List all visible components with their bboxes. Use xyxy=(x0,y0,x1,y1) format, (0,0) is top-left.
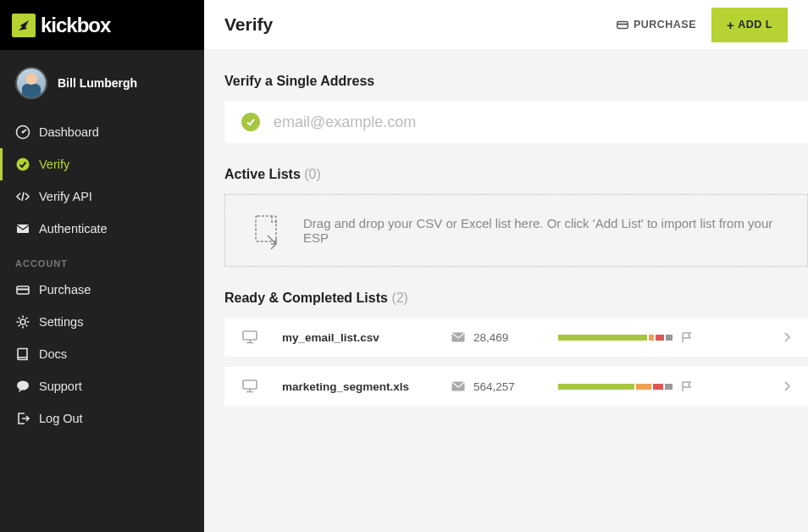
nav-main: Dashboard Verify Verify API Authenticate xyxy=(0,116,204,245)
svg-rect-24 xyxy=(243,380,257,389)
svg-rect-18 xyxy=(617,24,628,25)
chevron-right-icon xyxy=(749,380,791,392)
file-drop-icon xyxy=(251,213,285,247)
sidebar-item-support[interactable]: Support xyxy=(0,370,204,402)
progress-bar xyxy=(558,380,749,392)
dashboard-icon xyxy=(15,125,30,140)
sidebar-item-label: Settings xyxy=(39,315,83,329)
svg-point-16 xyxy=(17,381,29,391)
flag-icon xyxy=(681,331,693,343)
sidebar-item-authenticate[interactable]: Authenticate xyxy=(0,213,204,245)
svg-rect-5 xyxy=(17,289,29,291)
svg-line-14 xyxy=(26,318,28,319)
code-icon xyxy=(15,189,30,204)
svg-line-13 xyxy=(19,325,20,327)
ready-lists-count: (2) xyxy=(391,291,408,305)
main: Verify PURCHASE + ADD L Verify a Single … xyxy=(204,0,808,532)
single-verify-box xyxy=(224,101,808,143)
brand-name: kickbox xyxy=(41,14,110,37)
svg-point-1 xyxy=(22,131,25,134)
card-icon xyxy=(15,282,30,297)
avatar xyxy=(15,67,47,99)
sidebar-item-verify[interactable]: Verify xyxy=(0,148,204,180)
file-name: marketing_segment.xls xyxy=(282,380,451,393)
active-lists-title: Active Lists (0) xyxy=(224,167,808,182)
envelope-icon xyxy=(451,381,465,391)
sidebar-item-verify-api[interactable]: Verify API xyxy=(0,180,204,213)
plus-icon: + xyxy=(727,18,734,32)
row-count: 564,257 xyxy=(473,380,558,393)
svg-point-2 xyxy=(17,158,30,171)
svg-rect-19 xyxy=(256,216,276,241)
sidebar: kickbox Bill Lumbergh Dashboard Verify V… xyxy=(0,0,204,532)
user-block[interactable]: Bill Lumbergh xyxy=(0,50,204,116)
ready-lists-title: Ready & Completed Lists (2) xyxy=(224,291,808,306)
add-list-button[interactable]: + ADD L xyxy=(711,8,788,42)
monitor-icon xyxy=(241,379,258,394)
sidebar-item-dashboard[interactable]: Dashboard xyxy=(0,116,204,148)
sidebar-item-label: Support xyxy=(39,380,82,393)
purchase-button[interactable]: PURCHASE xyxy=(616,18,696,31)
active-lists-count: (0) xyxy=(304,167,321,181)
dropzone[interactable]: Drag and drop your CSV or Excel list her… xyxy=(224,194,808,267)
sidebar-item-purchase[interactable]: Purchase xyxy=(0,274,204,306)
gear-icon xyxy=(15,314,30,330)
sidebar-item-docs[interactable]: Docs xyxy=(0,338,204,370)
check-icon xyxy=(15,157,30,172)
sidebar-item-label: Dashboard xyxy=(39,125,99,139)
page-title: Verify xyxy=(224,14,616,35)
sidebar-item-label: Log Out xyxy=(39,412,83,425)
nav-account: Purchase Settings Docs Support Log Out xyxy=(0,274,204,435)
dropzone-text: Drag and drop your CSV or Excel list her… xyxy=(303,216,790,245)
svg-line-12 xyxy=(26,325,28,327)
list-row[interactable]: my_email_list.csv 28,469 xyxy=(224,318,808,357)
chat-icon xyxy=(15,379,30,394)
logo-mark-icon xyxy=(12,14,36,37)
envelope-icon xyxy=(15,221,30,236)
svg-rect-20 xyxy=(243,331,257,340)
chevron-right-icon xyxy=(749,331,791,343)
sidebar-item-settings[interactable]: Settings xyxy=(0,306,204,338)
sidebar-item-logout[interactable]: Log Out xyxy=(0,402,204,435)
card-icon xyxy=(616,18,629,31)
logo[interactable]: kickbox xyxy=(0,0,204,50)
add-list-label: ADD L xyxy=(738,19,772,30)
user-name: Bill Lumbergh xyxy=(58,76,137,90)
email-input[interactable] xyxy=(274,114,791,131)
progress-bar xyxy=(558,331,749,343)
sidebar-item-label: Docs xyxy=(39,347,67,361)
topbar: Verify PURCHASE + ADD L xyxy=(204,0,808,50)
file-name: my_email_list.csv xyxy=(282,331,451,344)
envelope-icon xyxy=(451,332,465,342)
svg-point-6 xyxy=(20,319,25,324)
book-icon xyxy=(15,346,30,362)
sidebar-item-label: Verify xyxy=(39,158,69,171)
sidebar-item-label: Purchase xyxy=(39,283,91,296)
sidebar-item-label: Verify API xyxy=(39,190,92,203)
single-verify-title: Verify a Single Address xyxy=(224,74,808,89)
row-count: 28,469 xyxy=(473,331,558,344)
purchase-label: PURCHASE xyxy=(634,19,696,30)
list-row[interactable]: marketing_segment.xls 564,257 xyxy=(224,367,808,406)
content: Verify a Single Address Active Lists (0) xyxy=(204,50,808,416)
flag-icon xyxy=(681,380,693,392)
account-section-label: ACCOUNT xyxy=(0,245,204,274)
svg-line-11 xyxy=(19,318,20,319)
check-circle-icon xyxy=(241,113,260,131)
sidebar-item-label: Authenticate xyxy=(39,222,108,236)
svg-rect-3 xyxy=(17,224,29,233)
monitor-icon xyxy=(241,330,258,345)
logout-icon xyxy=(15,411,30,426)
